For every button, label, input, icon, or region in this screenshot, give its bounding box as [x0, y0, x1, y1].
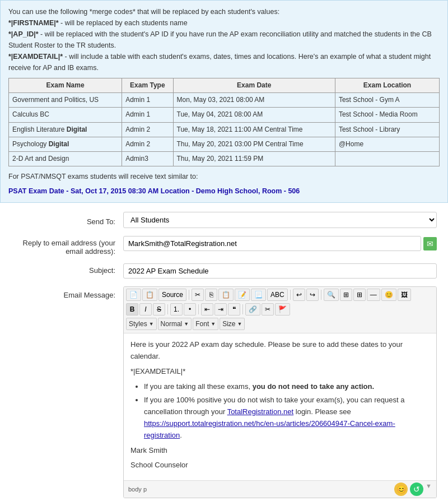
table-cell-3-2: Thu, May 20, 2021 03:00 PM Central Time: [173, 137, 335, 151]
bullet2-link1[interactable]: TotalRegistration.net: [227, 407, 294, 416]
tb-paste-word-btn[interactable]: 📃: [251, 289, 266, 301]
reply-icon-button[interactable]: ✉: [423, 237, 437, 250]
table-cell-0-3: Test School - Gym A: [335, 93, 439, 108]
tb-smiley-btn[interactable]: 😊: [381, 289, 396, 301]
tb-sep-4: [167, 304, 168, 314]
reply-to-input[interactable]: MarkSmith@TotalRegistration.net: [123, 236, 421, 251]
table-row: Calculus BCAdmin 1Tue, May 04, 2021 08:0…: [9, 108, 440, 122]
tb-ul-btn[interactable]: •: [184, 303, 196, 316]
subject-row: Subject: 2022 AP Exam Schedule: [11, 263, 437, 279]
tb-redo-btn[interactable]: ↪: [306, 289, 319, 301]
toolbar-row-2: B I S 1. • ⇤ ⇥ ❝ 🔗 ✂ 🚩: [126, 303, 434, 316]
subject-control: 2022 AP Exam Schedule: [123, 263, 437, 279]
tb-image-btn[interactable]: 🖼: [398, 289, 411, 301]
tb-paste-text-btn[interactable]: 📝: [235, 289, 250, 301]
subject-label: Subject:: [11, 263, 123, 275]
editor-wrapper: 📄 📋 Source ✂ ⎘ 📋 📝 📃 ABC ↩ ↪: [123, 286, 437, 498]
tb-new-page-btn[interactable]: 📄: [126, 289, 141, 301]
table-row: Psychology DigitalAdmin 2Thu, May 20, 20…: [9, 137, 440, 151]
tb-bold-btn[interactable]: B: [126, 303, 138, 316]
tb-format-dropdown[interactable]: Normal: [158, 318, 192, 330]
reply-to-control: MarkSmith@TotalRegistration.net ✉: [123, 236, 437, 251]
table-cell-0-0: Government and Politics, US: [9, 93, 122, 108]
table-cell-2-3: Test School - Library: [335, 122, 439, 137]
psat-intro: For PSAT/NMSQT exams students will recei…: [8, 171, 440, 182]
editor-examdetail: *|EXAMDETAIL|*: [130, 366, 430, 378]
tb-sep-1: [189, 290, 189, 300]
table-cell-1-2: Tue, May 04, 2021 08:00 AM: [173, 108, 335, 122]
col-exam-name: Exam Name: [9, 78, 122, 93]
tb-hline-btn[interactable]: —: [367, 289, 380, 301]
email-msg-control: 📄 📋 Source ✂ ⎘ 📋 📝 📃 ABC ↩ ↪: [123, 286, 437, 498]
tb-find-btn[interactable]: 🔍: [324, 289, 339, 301]
apid-code: *|AP_ID|*: [8, 30, 39, 38]
firstname-code: *|FIRSTNAME|*: [8, 19, 59, 27]
tb-table-btn[interactable]: ⊞: [353, 289, 366, 301]
tb-size-dropdown[interactable]: Size: [220, 318, 245, 330]
editor-footer: body p 😊 ↺ ▼: [124, 480, 436, 498]
table-cell-4-0: 2-D Art and Design: [9, 151, 122, 166]
tb-sep-5: [198, 304, 199, 314]
reply-to-row: Reply to email address (your email addre…: [11, 236, 437, 256]
table-row: Government and Politics, USAdmin 1Mon, M…: [9, 93, 440, 108]
table-row: English Literature DigitalAdmin 2Tue, Ma…: [9, 122, 440, 137]
table-cell-3-0: Psychology Digital: [9, 137, 122, 151]
toolbar-row-1: 📄 📋 Source ✂ ⎘ 📋 📝 📃 ABC ↩ ↪: [126, 289, 434, 301]
editor-bullet-2: If you are 100% positive you do not wish…: [144, 395, 430, 441]
send-to-row: Send To: All Students Selected Students: [11, 212, 437, 228]
table-cell-1-3: Test School - Media Room: [335, 108, 439, 122]
tb-unlink-btn[interactable]: ✂: [262, 303, 274, 316]
tb-blockquote-btn[interactable]: ❝: [228, 303, 240, 316]
tb-strike-btn[interactable]: S: [153, 303, 165, 316]
tb-sep-2: [290, 290, 291, 300]
tb-font-dropdown[interactable]: Font: [193, 318, 218, 330]
tb-select-all-btn[interactable]: ⊞: [340, 289, 352, 301]
tb-indent-btn[interactable]: ⇥: [214, 303, 227, 316]
editor-footer-path: body p: [128, 486, 147, 493]
apid-desc: - will be replaced with the student's AP…: [8, 30, 432, 49]
email-msg-label: Email Message:: [11, 286, 123, 299]
tb-anchor-btn[interactable]: 🚩: [275, 303, 290, 316]
table-cell-3-3: @Home: [335, 137, 439, 151]
tb-ol-btn[interactable]: 1.: [170, 303, 183, 316]
tb-italic-btn[interactable]: I: [139, 303, 152, 316]
editor-refresh-btn[interactable]: ↺: [410, 483, 423, 496]
psat-example: PSAT Exam Date - Sat, Oct 17, 2015 08:30…: [8, 185, 440, 197]
form-section: Send To: All Students Selected Students …: [0, 203, 448, 501]
tb-templates-btn[interactable]: 📋: [142, 289, 157, 301]
tb-outdent-btn[interactable]: ⇤: [201, 303, 213, 316]
editor-footer-icons: 😊 ↺ ▼: [394, 483, 432, 496]
subject-input[interactable]: 2022 AP Exam Schedule: [123, 263, 437, 279]
tb-paste-btn[interactable]: 📋: [218, 289, 234, 301]
email-msg-row: Email Message: 📄 📋 Source ✂ ⎘ 📋 📝 📃: [11, 286, 437, 498]
examdetail-desc: - will include a table with each student…: [8, 53, 431, 72]
tb-link-btn[interactable]: 🔗: [245, 303, 260, 316]
editor-emoji-btn[interactable]: 😊: [394, 483, 408, 496]
table-cell-3-1: Admin 2: [122, 137, 173, 151]
tb-spell-btn[interactable]: ABC: [267, 289, 288, 301]
bullet2-text2: login. Please see: [293, 407, 351, 416]
signature-title: School Counselor: [130, 460, 430, 471]
editor-bullet-1: If you are taking all these exams, you d…: [144, 381, 430, 393]
table-cell-0-2: Mon, May 03, 2021 08:00 AM: [173, 93, 335, 108]
tb-cut-btn[interactable]: ✂: [192, 289, 204, 301]
reply-to-label: Reply to email address (your email addre…: [11, 236, 123, 256]
send-to-control: All Students Selected Students: [123, 212, 437, 228]
editor-resize-handle[interactable]: ▼: [426, 483, 432, 496]
table-cell-4-3: [335, 151, 439, 166]
tb-styles-dropdown[interactable]: Styles: [126, 318, 157, 330]
table-cell-4-2: Thu, May 20, 2021 11:59 PM: [173, 151, 335, 166]
send-to-select[interactable]: All Students Selected Students: [123, 212, 437, 228]
col-exam-date: Exam Date: [173, 78, 335, 93]
tb-copy-btn[interactable]: ⎘: [205, 289, 217, 301]
editor-bullets: If you are taking all these exams, you d…: [144, 381, 430, 442]
col-exam-type: Exam Type: [122, 78, 173, 93]
tb-undo-btn[interactable]: ↩: [293, 289, 305, 301]
info-box: You can use the following *merge codes* …: [0, 0, 448, 203]
table-cell-2-0: English Literature Digital: [9, 122, 122, 137]
editor-content[interactable]: Here is your 2022 AP exam day schedule. …: [124, 333, 436, 480]
tb-source-btn[interactable]: Source: [158, 289, 186, 301]
bullet1-bold: you do not need to take any action.: [253, 382, 374, 391]
table-cell-4-1: Admin3: [122, 151, 173, 166]
examdetail-code: *|EXAMDETAIL|*: [8, 53, 63, 61]
